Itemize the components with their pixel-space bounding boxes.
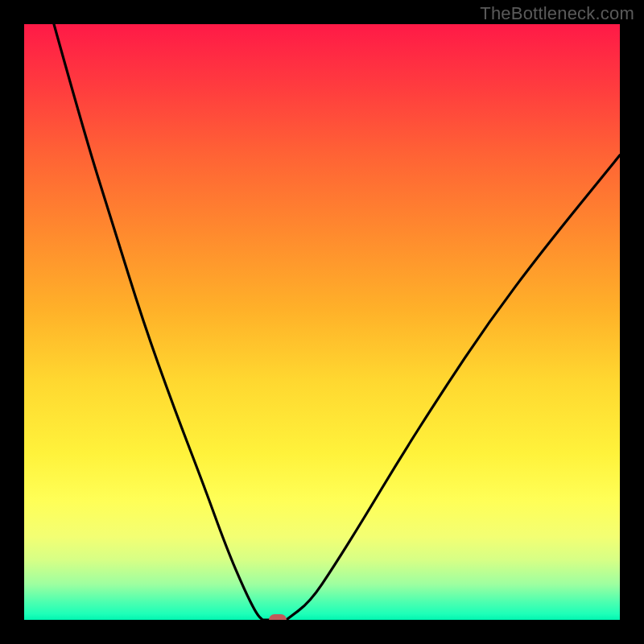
plot-area	[24, 24, 620, 620]
bottleneck-curve	[54, 24, 620, 620]
min-point-marker	[269, 614, 287, 620]
curve-svg	[24, 24, 620, 620]
chart-frame: TheBottleneck.com	[0, 0, 644, 644]
watermark-text: TheBottleneck.com	[480, 3, 634, 24]
